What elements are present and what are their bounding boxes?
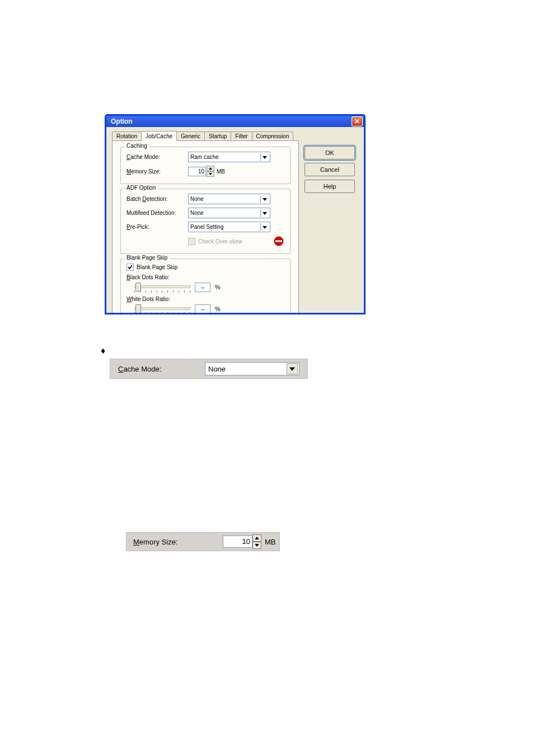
cache-mode-clip-value: None [208, 365, 226, 373]
cache-mode-select[interactable]: Ram cache [188, 152, 270, 162]
tab-bar: Rotation Job/Cache Generic Startup Filte… [112, 130, 299, 140]
blank-page-title: Blank Page Skip [124, 255, 170, 261]
spinner-up-icon[interactable] [252, 534, 261, 542]
cancel-button[interactable]: Cancel [305, 163, 355, 176]
chevron-down-icon [287, 363, 298, 374]
prepick-label: Pre-Pick: [127, 224, 188, 230]
multifeed-value: None [190, 210, 204, 216]
svg-marker-9 [255, 537, 259, 539]
adf-option-title: ADF Option [124, 185, 158, 191]
ok-button[interactable]: OK [305, 146, 355, 159]
chevron-down-icon [260, 153, 269, 161]
svg-marker-3 [263, 198, 267, 201]
svg-marker-2 [209, 173, 212, 175]
cache-mode-clip-select[interactable]: None [205, 362, 299, 375]
white-dots-unit: % [215, 306, 221, 312]
svg-marker-0 [263, 156, 267, 159]
spinner-up-icon[interactable] [207, 166, 214, 171]
tab-rotation[interactable]: Rotation [112, 132, 142, 140]
cache-mode-clip-label: Cache Mode: [118, 365, 205, 373]
blank-page-group: Blank Page Skip Blank Page Skip Black Do… [120, 259, 291, 314]
chevron-down-icon [260, 195, 269, 203]
cache-mode-value: Ram cache [190, 154, 219, 160]
adf-option-group: ADF Option Batch Detection: None Multife… [120, 189, 291, 254]
multifeed-select[interactable]: None [188, 208, 270, 218]
no-entry-icon [273, 236, 284, 247]
tab-panel: Caching Cache Mode: Ram cache Me [112, 140, 299, 314]
tab-compression[interactable]: Compression [252, 132, 294, 140]
white-dots-value[interactable]: -- [195, 304, 210, 314]
check-overskew-checkbox: Check Over-skew [188, 238, 242, 245]
memory-size-clip: Memory Size: 10 MB [126, 532, 280, 551]
window-title: Option [111, 118, 133, 125]
blank-page-skip-checkbox[interactable]: Blank Page Skip [127, 264, 177, 271]
memory-size-clip-unit: MB [265, 538, 276, 546]
close-icon[interactable]: ✕ [352, 116, 363, 126]
caching-group: Caching Cache Mode: Ram cache Me [120, 147, 291, 184]
batch-detection-select[interactable]: None [188, 194, 270, 204]
batch-detection-label: Batch Detection: [127, 196, 188, 202]
chevron-down-icon [260, 209, 269, 217]
tab-startup[interactable]: Startup [204, 132, 231, 140]
white-dots-label: White Dots Ratio: [127, 296, 170, 302]
batch-detection-value: None [190, 196, 204, 202]
black-dots-label: Black Dots Ratio: [127, 274, 170, 280]
help-button[interactable]: Help [305, 180, 355, 193]
prepick-value: Panel Setting [190, 224, 224, 230]
memory-size-unit: MB [217, 168, 225, 175]
black-dots-slider[interactable] [134, 281, 190, 293]
black-dots-value[interactable]: -- [195, 283, 210, 292]
titlebar[interactable]: Option ✕ [106, 116, 364, 127]
cache-mode-label: Cache Mode: [127, 154, 188, 160]
memory-size-label: Memory Size: [127, 168, 188, 175]
svg-marker-10 [255, 544, 259, 547]
white-dots-slider[interactable] [134, 303, 190, 314]
svg-marker-8 [289, 368, 295, 371]
tab-generic[interactable]: Generic [176, 132, 205, 140]
option-dialog: Option ✕ Rotation Job/Cache Generic Star… [105, 115, 365, 314]
memory-size-clip-stepper[interactable]: 10 [223, 534, 261, 549]
svg-marker-4 [263, 212, 267, 215]
prepick-select[interactable]: Panel Setting [188, 222, 270, 232]
tab-filter[interactable]: Filter [231, 132, 252, 140]
tab-job-cache[interactable]: Job/Cache [141, 131, 177, 141]
svg-rect-7 [275, 241, 282, 242]
svg-marker-5 [263, 226, 267, 229]
memory-size-clip-value[interactable]: 10 [223, 536, 252, 548]
cache-mode-clip: Cache Mode: None [110, 359, 308, 379]
bullet-icon: ♦ [101, 346, 105, 356]
svg-marker-1 [209, 167, 212, 170]
memory-size-stepper[interactable]: 10 [188, 166, 214, 177]
memory-size-clip-label: Memory Size: [133, 538, 223, 546]
chevron-down-icon [260, 223, 269, 231]
spinner-down-icon[interactable] [252, 542, 261, 549]
check-overskew-label: Check Over-skew [198, 238, 242, 245]
black-dots-unit: % [215, 284, 221, 290]
blank-page-skip-label: Blank Page Skip [137, 264, 177, 270]
caching-title: Caching [124, 143, 149, 149]
memory-size-value[interactable]: 10 [188, 167, 206, 176]
dialog-buttons: OK Cancel Help [305, 127, 364, 313]
multifeed-label: Multifeed Detection: [127, 210, 188, 216]
spinner-down-icon[interactable] [207, 171, 214, 177]
